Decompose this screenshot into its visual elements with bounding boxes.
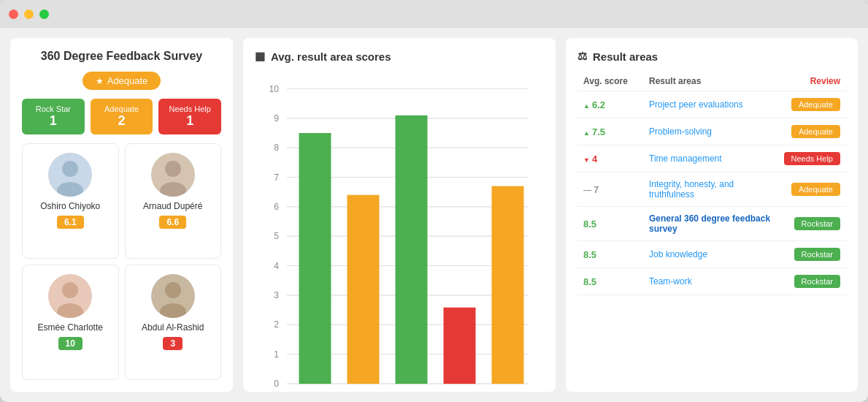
avatar-1 <box>151 153 195 197</box>
person-score-2: 10 <box>58 337 82 350</box>
titlebar <box>0 0 868 28</box>
person-card-0: Oshiro Chiyoko 6.1 <box>22 143 119 259</box>
table-row: 7Integrity, honesty, and truthfulnessAde… <box>577 172 846 207</box>
score-value-6: 8.5 <box>583 276 596 287</box>
score-value-5: 8.5 <box>583 249 596 260</box>
area-link-1[interactable]: Problem-solving <box>649 126 712 137</box>
person-score-0: 6.1 <box>57 216 84 229</box>
middle-panel: ▦ Avg. result area scores 10 9 8 7 6 <box>243 38 556 392</box>
col-area: Result areas <box>643 72 778 91</box>
bar-jan <box>396 115 428 384</box>
area-cell-0[interactable]: Project peer evaluations <box>643 91 778 118</box>
score-value-3: 7 <box>583 184 599 195</box>
person-card-1: Arnaud Dupéré 6.6 <box>125 143 222 259</box>
score-cell-1: 7.5 <box>577 118 643 145</box>
survey-title: 360 Degree Feedback Survey <box>22 50 221 63</box>
score-value-0: 6.2 <box>583 99 605 110</box>
person-name-0: Oshiro Chiyoko <box>40 201 100 211</box>
score-cell-4: 8.5 <box>577 207 643 241</box>
minimize-dot[interactable] <box>24 10 34 19</box>
svg-point-7 <box>62 282 78 298</box>
result-title: ⚖ Result areas <box>577 50 846 63</box>
left-panel: 360 Degree Feedback Survey ★ Adequate Ro… <box>10 38 233 392</box>
area-cell-3[interactable]: Integrity, honesty, and truthfulness <box>643 172 778 207</box>
svg-text:7: 7 <box>274 172 279 183</box>
area-cell-5[interactable]: Job knowledge <box>643 241 778 268</box>
col-review: Review <box>778 72 846 91</box>
table-row: 8.5General 360 degree feedback surveyRoc… <box>577 207 846 241</box>
score-value-4: 8.5 <box>583 219 596 230</box>
svg-text:2: 2 <box>274 319 279 330</box>
chart-area: 10 9 8 7 6 5 4 3 2 <box>255 72 544 387</box>
svg-text:6: 6 <box>274 202 279 212</box>
stat-needshelp: Needs Help 1 <box>158 99 221 134</box>
review-badge-4: Rockstar <box>794 217 840 230</box>
area-link-5[interactable]: Job knowledge <box>649 249 707 259</box>
svg-text:3: 3 <box>274 290 279 300</box>
review-badge-3: Adequate <box>791 183 840 196</box>
svg-text:0: 0 <box>274 379 279 388</box>
person-name-1: Arnaud Dupéré <box>143 201 202 211</box>
person-name-3: Abdul Al-Rashid <box>142 322 204 333</box>
avatar-0 <box>48 153 92 197</box>
review-cell-2: Needs Help <box>778 145 846 172</box>
area-cell-2[interactable]: Time management <box>643 145 778 172</box>
stat-adequate: Adequate 2 <box>91 99 153 134</box>
svg-text:9: 9 <box>274 113 279 124</box>
app-window: 360 Degree Feedback Survey ★ Adequate Ro… <box>0 0 868 402</box>
area-link-4[interactable]: General 360 degree feedback survey <box>649 213 770 234</box>
table-row: 6.2Project peer evaluationsAdequate <box>577 91 846 118</box>
person-score-3: 3 <box>163 337 183 350</box>
score-cell-2: 4 <box>577 145 643 172</box>
review-badge-6: Rockstar <box>794 275 840 288</box>
table-row: 7.5Problem-solvingAdequate <box>577 118 846 145</box>
close-dot[interactable] <box>9 10 18 19</box>
review-badge-1: Adequate <box>791 125 840 138</box>
svg-point-1 <box>62 161 78 177</box>
maximize-dot[interactable] <box>39 10 49 19</box>
chart-icon: ▦ <box>255 50 265 63</box>
area-cell-6[interactable]: Team-work <box>643 268 778 295</box>
table-row: 8.5Team-workRockstar <box>577 268 846 295</box>
stats-row: Rock Star 1 Adequate 2 Needs Help 1 <box>22 99 221 134</box>
person-name-2: Esmée Charlotte <box>38 322 103 333</box>
review-cell-0: Adequate <box>778 91 846 118</box>
svg-text:1: 1 <box>274 349 279 360</box>
person-card-3: Abdul Al-Rashid 3 <box>125 265 222 380</box>
table-header-row: Avg. score Result areas Review <box>577 72 846 91</box>
score-value-2: 4 <box>583 153 597 164</box>
right-panel: ⚖ Result areas Avg. score Result areas R… <box>566 38 858 392</box>
chart-title: ▦ Avg. result area scores <box>255 50 544 63</box>
score-cell-6: 8.5 <box>577 268 643 295</box>
bar-dec <box>347 195 380 384</box>
result-icon: ⚖ <box>577 50 587 63</box>
svg-text:10: 10 <box>269 84 280 94</box>
area-cell-1[interactable]: Problem-solving <box>643 118 778 145</box>
avatar-3 <box>151 274 195 318</box>
svg-text:8: 8 <box>274 143 279 153</box>
area-link-3[interactable]: Integrity, honesty, and truthfulness <box>649 179 734 200</box>
area-link-0[interactable]: Project peer evaluations <box>649 99 743 110</box>
review-cell-1: Adequate <box>778 118 846 145</box>
review-badge-0: Adequate <box>791 98 840 111</box>
stat-rockstar: Rock Star 1 <box>22 99 85 134</box>
person-card-2: Esmée Charlotte 10 <box>22 265 119 380</box>
review-badge-2: Needs Help <box>784 152 840 165</box>
score-cell-5: 8.5 <box>577 241 643 268</box>
svg-point-4 <box>165 161 181 177</box>
area-cell-4[interactable]: General 360 degree feedback survey <box>643 207 778 241</box>
avatar-2 <box>48 274 92 318</box>
table-row: 4Time managementNeeds Help <box>577 145 846 172</box>
bar-mar <box>492 186 524 384</box>
bar-nov <box>299 133 331 384</box>
area-link-6[interactable]: Team-work <box>649 276 692 287</box>
area-link-2[interactable]: Time management <box>649 153 722 164</box>
person-score-1: 6.6 <box>159 216 186 229</box>
review-badge-5: Rockstar <box>794 248 840 261</box>
review-cell-3: Adequate <box>778 172 846 207</box>
review-cell-5: Rockstar <box>778 241 846 268</box>
review-cell-6: Rockstar <box>778 268 846 295</box>
persons-grid: Oshiro Chiyoko 6.1 Arnaud Dupéré 6.6 <box>22 143 221 380</box>
score-cell-3: 7 <box>577 172 643 207</box>
chart-svg: 10 9 8 7 6 5 4 3 2 <box>255 72 544 387</box>
